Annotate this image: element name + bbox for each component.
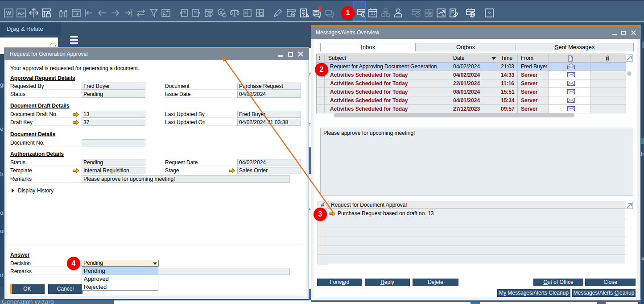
svg-text:$: $	[220, 10, 222, 15]
svg-text:z: z	[166, 13, 168, 17]
svg-text:$: $	[209, 12, 211, 17]
svg-text:W: W	[6, 10, 12, 17]
svg-text:$: $	[442, 13, 444, 17]
svg-text:$: $	[257, 12, 259, 15]
svg-text:A: A	[163, 10, 165, 14]
svg-text:?: ?	[488, 11, 491, 16]
svg-text:$: $	[244, 11, 247, 15]
svg-text:PDF: PDF	[18, 12, 25, 15]
